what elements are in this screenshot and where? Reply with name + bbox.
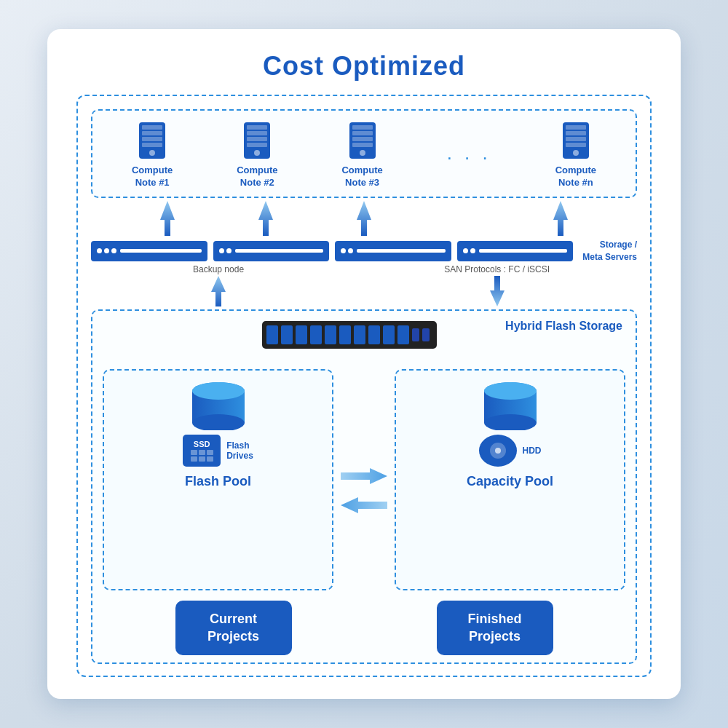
- arrow-down-n: [547, 201, 574, 236]
- flash-cylinder-icon: [189, 381, 248, 430]
- server-icon-3: [347, 121, 379, 160]
- svg-rect-7: [247, 125, 267, 130]
- flash-pool-box: SSD FlashDrives Flash Pool: [103, 369, 333, 590]
- svg-marker-34: [341, 468, 387, 484]
- storage-meta-label: Storage / Meta Servers: [579, 239, 637, 264]
- svg-marker-25: [258, 201, 273, 236]
- storage-meta-row: Storage / Meta Servers: [91, 239, 637, 264]
- svg-marker-26: [357, 201, 371, 236]
- hybrid-flash-title: Hybrid Flash Storage: [505, 320, 622, 333]
- arrow-down-2: [253, 201, 279, 236]
- svg-rect-22: [566, 143, 586, 147]
- hdd-row: HDD: [479, 435, 542, 467]
- hdd-label: HDD: [523, 446, 542, 456]
- hdd-icon: [479, 435, 517, 467]
- svg-point-23: [573, 150, 579, 156]
- server-icon-n: [560, 121, 592, 160]
- finished-projects-button[interactable]: Finished Projects: [437, 601, 553, 655]
- svg-rect-10: [247, 143, 267, 147]
- svg-marker-29: [490, 276, 505, 306]
- outer-box: ComputeNote #1 ComputeNote #2: [76, 95, 652, 677]
- svg-rect-3: [142, 137, 162, 141]
- compute-label-1: ComputeNote #1: [132, 165, 173, 189]
- arrow-down-1: [154, 201, 181, 236]
- compute-label-n: ComputeNote #n: [555, 165, 596, 189]
- pools-row: SSD FlashDrives Flash Pool: [103, 369, 625, 590]
- svg-point-11: [254, 150, 260, 156]
- svg-point-39: [484, 382, 537, 400]
- svg-point-17: [360, 150, 365, 156]
- compute-label-2: ComputeNote #2: [237, 165, 277, 189]
- arrow-san-up: [484, 276, 510, 306]
- svg-rect-20: [566, 131, 586, 135]
- svg-rect-2: [142, 131, 162, 135]
- compute-node-n: ComputeNote #n: [555, 121, 596, 189]
- capacity-cylinder-icon: [481, 381, 539, 430]
- arrow-backup-down: [205, 276, 232, 306]
- mid-arrows-area: Backup node SAN Protocols : FC / iSCSI: [91, 264, 637, 308]
- svg-point-5: [149, 150, 155, 156]
- compute-label-3: ComputeNote #3: [341, 165, 382, 189]
- page-title: Cost Optimized: [263, 51, 465, 82]
- flash-drives-label: FlashDrives: [226, 440, 253, 461]
- ssd-icon: SSD: [183, 435, 221, 467]
- hdd-center: [495, 448, 501, 454]
- main-container: Cost Optimized ComputeNote #1: [47, 29, 681, 699]
- rack-bar: [91, 241, 573, 261]
- svg-rect-14: [352, 131, 373, 135]
- arrow-down-3: [351, 201, 377, 236]
- capacity-pool-title: Capacity Pool: [467, 474, 553, 489]
- svg-rect-19: [566, 125, 586, 130]
- hdd-inner: [490, 443, 506, 459]
- flash-pool-title: Flash Pool: [185, 474, 251, 489]
- transfer-arrows-col: [341, 369, 387, 590]
- current-projects-button[interactable]: Current Projects: [175, 601, 292, 655]
- compute-nodes-row: ComputeNote #1 ComputeNote #2: [91, 109, 637, 198]
- transfer-arrow-left: [341, 494, 387, 516]
- buttons-row: Current Projects Finished Projects: [103, 601, 625, 655]
- rack-2u-unit: [262, 321, 437, 349]
- svg-rect-15: [352, 137, 373, 141]
- svg-rect-13: [352, 125, 373, 130]
- svg-rect-21: [566, 137, 586, 141]
- compute-node-2: ComputeNote #2: [237, 121, 277, 189]
- compute-dots: · · ·: [447, 135, 491, 175]
- hybrid-flash-box: Hybrid Flash Storage: [91, 309, 637, 664]
- server-icon-1: [136, 121, 168, 160]
- svg-marker-28: [211, 276, 226, 306]
- rack-unit-3: [335, 241, 451, 261]
- server-icon-2: [241, 121, 273, 160]
- backup-label: Backup node: [193, 264, 244, 274]
- transfer-arrow-right: [341, 465, 387, 487]
- rack-unit-2: [213, 241, 330, 261]
- san-label: SAN Protocols : FC / iSCSI: [444, 264, 550, 274]
- svg-rect-16: [352, 143, 373, 147]
- svg-rect-9: [247, 137, 267, 141]
- ssd-row: SSD FlashDrives: [183, 435, 253, 467]
- compute-node-1: ComputeNote #1: [132, 121, 173, 189]
- capacity-pool-box: HDD Capacity Pool: [395, 369, 625, 590]
- svg-rect-1: [142, 125, 162, 130]
- svg-rect-8: [247, 131, 267, 135]
- rack-unit-1: [91, 241, 207, 261]
- svg-point-33: [192, 382, 245, 400]
- down-arrows-row: [119, 201, 610, 236]
- svg-rect-4: [142, 143, 162, 147]
- svg-marker-27: [553, 201, 568, 236]
- rack-unit-4: [457, 241, 574, 261]
- svg-marker-24: [160, 201, 175, 236]
- compute-node-3: ComputeNote #3: [341, 121, 382, 189]
- svg-marker-35: [341, 497, 387, 513]
